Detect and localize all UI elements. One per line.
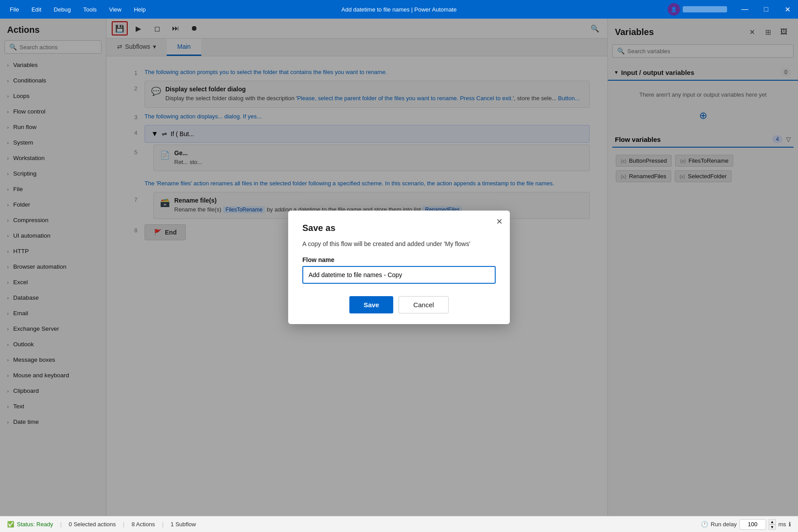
flow-name-input[interactable] (302, 266, 496, 284)
subflow-count: 1 Subflow (171, 521, 196, 528)
title-bar: File Edit Debug Tools View Help Add date… (0, 0, 798, 19)
menu-debug[interactable]: Debug (47, 0, 77, 19)
user-name (683, 6, 727, 12)
menu-tools[interactable]: Tools (77, 0, 103, 19)
run-delay-input[interactable] (739, 519, 766, 530)
modal-description: A copy of this flow will be created and … (302, 240, 496, 247)
selected-actions-count: 0 Selected actions (69, 521, 116, 528)
run-delay-unit: ms (778, 521, 786, 528)
save-as-modal: ✕ Save as A copy of this flow will be cr… (288, 211, 510, 324)
menu-help[interactable]: Help (128, 0, 152, 19)
window-controls: — □ ✕ (734, 0, 798, 19)
checkmark-icon: ✅ (7, 521, 14, 528)
run-delay-section: 🕐 Run delay ▲ ▼ ms ℹ (701, 519, 791, 530)
modal-cancel-button[interactable]: Cancel (399, 296, 449, 313)
user-info: 👤 (668, 3, 727, 16)
info-icon: ℹ (789, 521, 791, 528)
menu-file[interactable]: File (4, 0, 25, 19)
total-actions-count: 8 Actions (132, 521, 155, 528)
modal-overlay: ✕ Save as A copy of this flow will be cr… (0, 19, 798, 516)
maximize-button[interactable]: □ (755, 0, 777, 19)
close-button[interactable]: ✕ (777, 0, 798, 19)
menu-view[interactable]: View (103, 0, 128, 19)
status-text: Status: Ready (17, 521, 53, 528)
modal-close-button[interactable]: ✕ (496, 217, 503, 227)
avatar: 👤 (668, 3, 680, 16)
modal-buttons: Save Cancel (302, 296, 496, 313)
modal-title: Save as (302, 223, 496, 233)
modal-save-button[interactable]: Save (349, 296, 393, 313)
run-delay-spinner: ▲ ▼ (769, 519, 776, 530)
separator: | (123, 521, 124, 528)
clock-icon: 🕐 (701, 521, 708, 528)
flow-name-label: Flow name (302, 256, 496, 263)
spinner-down-button[interactable]: ▼ (769, 524, 776, 530)
separator: | (60, 521, 62, 528)
minimize-button[interactable]: — (734, 0, 755, 19)
main-layout: Actions 🔍 › Variables › Conditionals › L… (0, 19, 798, 516)
window-title: Add datetime to file names | Power Autom… (341, 6, 457, 13)
menu-edit[interactable]: Edit (25, 0, 47, 19)
spinner-up-button[interactable]: ▲ (769, 519, 776, 524)
menu-bar: File Edit Debug Tools View Help (0, 0, 152, 19)
status-bar: ✅ Status: Ready | 0 Selected actions | 8… (0, 516, 798, 532)
status-ready: ✅ Status: Ready (7, 521, 53, 528)
run-delay-label: Run delay (711, 521, 737, 528)
separator: | (162, 521, 163, 528)
